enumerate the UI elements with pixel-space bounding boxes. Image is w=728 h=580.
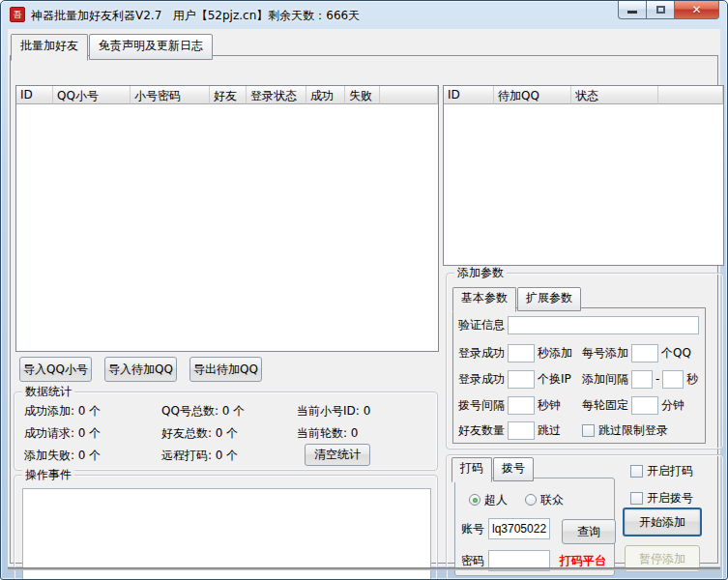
tab-captcha[interactable]: 打码 — [451, 457, 492, 482]
round-fixed-input[interactable] — [631, 396, 658, 415]
friend-count-skip-label: 好友数量 — [458, 422, 505, 439]
per-account-add-label: 每号添加 — [582, 345, 628, 362]
tab-basic-params[interactable]: 基本参数 — [452, 287, 516, 312]
params-group-title: 添加参数 — [454, 266, 507, 279]
radio-lianzhong-line[interactable]: 联众 — [525, 492, 564, 508]
start-adding-button[interactable]: 开始添加 — [623, 508, 702, 536]
qq-accounts-list-body[interactable] — [16, 104, 438, 351]
switch-ip-input[interactable] — [508, 370, 535, 389]
stat-remote-captcha: 远程打码: 0 个 — [161, 448, 238, 464]
close-icon: ✕ — [691, 3, 701, 16]
enable-dialing-checkbox[interactable] — [630, 492, 643, 505]
column-header-filler — [380, 86, 438, 104]
dial-interval-suffix: 秒钟 — [538, 397, 561, 414]
column-header-id2[interactable]: ID — [444, 86, 494, 104]
bottom-grip-line — [8, 567, 720, 570]
params-groupbox: 添加参数 基本参数 扩展参数 验证信息 登录成功 秒添加 — [446, 273, 724, 450]
login-success-delay-label: 登录成功 — [458, 345, 505, 362]
dial-interval-label: 拨号间隔 — [458, 397, 505, 414]
caption-buttons: ✕ — [618, 1, 719, 19]
qq-accounts-list[interactable]: ID QQ小号 小号密码 好友 登录状态 成功 失败 — [15, 85, 439, 352]
enable-captcha-checkbox[interactable] — [630, 465, 643, 478]
column-header-target[interactable]: 待加QQ — [494, 86, 571, 104]
verify-info-label: 验证信息 — [458, 317, 505, 334]
basic-params-page: 验证信息 登录成功 秒添加 登录成功 个换IP — [452, 307, 706, 444]
import-qq-accounts-button[interactable]: 导入QQ小号 — [19, 357, 92, 382]
login-success-delay-suffix: 秒添加 — [538, 345, 572, 362]
enable-dialing-checkline[interactable]: 开启拨号 — [630, 488, 693, 508]
stat-current-id: 当前小号ID: 0 — [297, 403, 370, 420]
tab-disclaimer-changelog[interactable]: 免责声明及更新日志 — [89, 34, 213, 60]
tab-batch-add-friends[interactable]: 批量加好友 — [11, 34, 88, 61]
password-label: 密码 — [461, 553, 484, 569]
titlebar[interactable]: 吾 神器批量加好友利器V2.7 用户【52pjz.cn】剩余天数：666天 ✕ — [1, 1, 727, 29]
lianzhong-radio[interactable] — [525, 494, 537, 506]
stat-qq-total: QQ号总数: 0 个 — [161, 403, 245, 420]
event-log-textarea[interactable] — [22, 488, 431, 580]
column-header-friends[interactable]: 好友 — [210, 86, 247, 104]
round-fixed-label: 每轮固定 — [582, 397, 628, 414]
maximize-button[interactable] — [647, 1, 675, 19]
stat-success-request: 成功请求: 0 个 — [24, 425, 101, 442]
round-fixed-suffix: 分钟 — [661, 397, 684, 414]
params-tabstrip: 基本参数 扩展参数 — [452, 287, 582, 311]
events-group-title: 操作事件 — [22, 468, 74, 481]
chaoren-radio-label: 超人 — [484, 492, 508, 508]
login-success-delay-input[interactable] — [508, 344, 535, 362]
export-target-qq-button[interactable]: 导出待加QQ — [189, 357, 262, 382]
captcha-panel: 超人 联众 账号 查询 密码 — [454, 478, 615, 576]
skip-limited-login-label: 跳过限制登录 — [598, 422, 668, 439]
main-tabpage: ID QQ小号 小号密码 好友 登录状态 成功 失败 ID 待加QQ 状态 — [10, 55, 718, 564]
chaoren-radio[interactable] — [469, 494, 480, 506]
captcha-platform-link[interactable]: 打码平台 — [560, 553, 606, 569]
radio-chaoren-line[interactable]: 超人 — [469, 492, 508, 508]
enable-captcha-label: 开启打码 — [647, 463, 693, 479]
column-header-loginstate[interactable]: 登录状态 — [247, 86, 306, 104]
add-interval-suffix: 秒 — [686, 371, 698, 388]
add-interval-max-input[interactable] — [662, 370, 684, 389]
target-qq-list[interactable]: ID 待加QQ 状态 — [443, 85, 724, 266]
main-tabstrip: 批量加好友 免责声明及更新日志 — [11, 34, 214, 60]
target-qq-list-body[interactable] — [444, 104, 723, 265]
skip-limited-login-checkbox[interactable] — [582, 424, 595, 437]
dial-interval-input[interactable] — [508, 396, 535, 415]
clear-stats-button[interactable]: 清空统计 — [305, 444, 370, 466]
target-qq-list-header: ID 待加QQ 状态 — [444, 86, 723, 104]
stat-friends-total: 好友总数: 0 个 — [161, 425, 238, 442]
import-target-qq-button[interactable]: 导入待加QQ — [104, 357, 177, 382]
verify-info-input[interactable] — [508, 316, 699, 334]
app-icon: 吾 — [10, 7, 25, 22]
window-title: 神器批量加好友利器V2.7 用户【52pjz.cn】剩余天数：666天 — [31, 8, 360, 24]
friend-count-skip-input[interactable] — [508, 421, 535, 440]
client-area: 批量加好友 免责声明及更新日志 ID QQ小号 小号密码 好友 登录状态 成功 … — [8, 29, 720, 566]
skip-limited-login-checkline[interactable]: 跳过限制登录 — [582, 420, 668, 440]
query-button[interactable]: 查询 — [562, 519, 616, 544]
stats-groupbox: 数据统计 成功添加: 0 个 成功请求: 0 个 添加失败: 0 个 QQ号总数… — [14, 392, 438, 471]
column-header-id[interactable]: ID — [16, 86, 53, 104]
tab-dialing[interactable]: 拨号 — [493, 457, 534, 481]
close-button[interactable]: ✕ — [675, 1, 719, 19]
switch-ip-label: 登录成功 — [458, 371, 505, 388]
column-header-status[interactable]: 状态 — [571, 86, 658, 104]
per-account-add-input[interactable] — [631, 344, 658, 362]
column-header-qq[interactable]: QQ小号 — [53, 86, 131, 104]
column-header-success[interactable]: 成功 — [306, 86, 345, 104]
switch-ip-suffix: 个换IP — [538, 371, 571, 388]
add-interval-separator: - — [655, 372, 659, 386]
events-groupbox: 操作事件 — [14, 475, 438, 580]
stat-success-added: 成功添加: 0 个 — [24, 403, 101, 420]
enable-captcha-checkline[interactable]: 开启打码 — [630, 461, 693, 480]
column-header-fail[interactable]: 失败 — [345, 86, 380, 104]
column-header-filler2 — [658, 86, 723, 104]
lianzhong-radio-label: 联众 — [540, 492, 564, 508]
add-interval-min-input[interactable] — [631, 370, 653, 389]
column-header-password[interactable]: 小号密码 — [131, 86, 210, 104]
minimize-button[interactable] — [618, 1, 647, 19]
add-interval-label: 添加间隔 — [582, 371, 628, 388]
coding-groupbox: 打码 拨号 超人 联众 账号 — [446, 454, 724, 580]
app-window: 吾 神器批量加好友利器V2.7 用户【52pjz.cn】剩余天数：666天 ✕ … — [0, 0, 728, 580]
minimize-icon — [627, 11, 637, 14]
maximize-icon — [656, 6, 665, 14]
coding-tabstrip: 打码 拨号 — [451, 457, 535, 481]
tab-extended-params[interactable]: 扩展参数 — [517, 287, 581, 311]
